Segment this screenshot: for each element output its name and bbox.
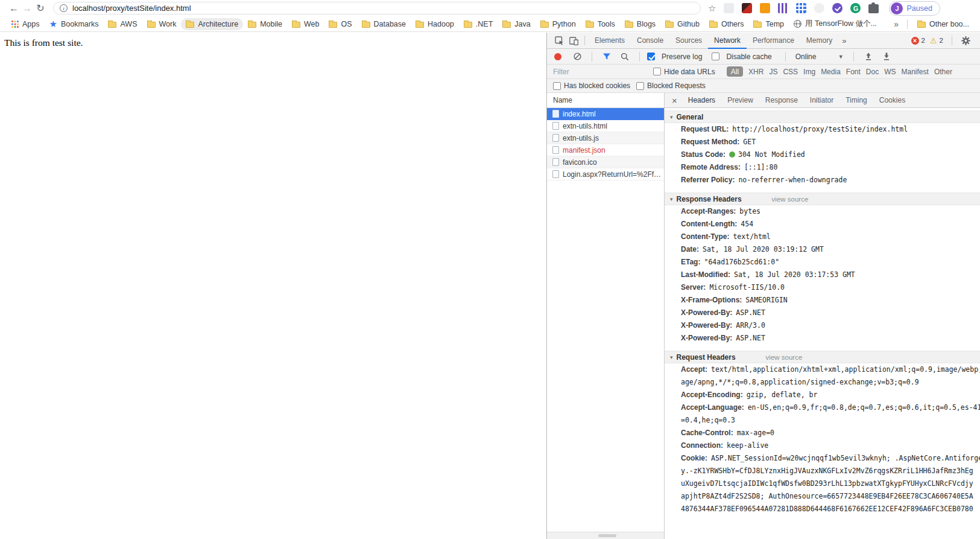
has-blocked-cookies-checkbox[interactable] xyxy=(553,82,561,90)
type-filter-font[interactable]: Font xyxy=(846,68,861,76)
grammarly-icon[interactable] xyxy=(850,3,861,13)
view-source-link[interactable]: view source xyxy=(766,354,803,361)
tab-performance[interactable]: Performance xyxy=(747,33,800,49)
throttling-dropdown[interactable]: Online ▼ xyxy=(793,53,846,61)
device-toolbar-icon[interactable] xyxy=(566,33,581,48)
generic-extension-icon[interactable] xyxy=(724,3,734,13)
view-source-link[interactable]: view source xyxy=(772,196,809,203)
header-key: X-Powered-By: xyxy=(681,334,732,342)
bookmark-tools[interactable]: Tools xyxy=(581,18,620,30)
header-key: Content-Length: xyxy=(681,220,737,228)
bookmark-work[interactable]: Work xyxy=(142,18,182,30)
type-filter-manifest[interactable]: Manifest xyxy=(902,68,929,76)
request-row-extn-utils-html[interactable]: extn-utils.html xyxy=(547,120,664,132)
detail-tab-preview[interactable]: Preview xyxy=(721,93,759,108)
reload-button-icon[interactable]: ↻ xyxy=(34,2,47,14)
hide-data-urls-checkbox[interactable] xyxy=(653,68,661,75)
type-filter-ws[interactable]: WS xyxy=(884,68,896,76)
tab-sources[interactable]: Sources xyxy=(669,33,708,49)
request-row-index-html[interactable]: index.html xyxy=(547,108,664,120)
type-filter-doc[interactable]: Doc xyxy=(866,68,879,76)
error-badge-icon[interactable] xyxy=(911,37,919,45)
bookmark-java[interactable]: Java xyxy=(498,18,535,30)
detail-tab-response[interactable]: Response xyxy=(759,93,804,108)
blue-grid-extension-icon[interactable] xyxy=(796,3,806,13)
bookmark-hadoop[interactable]: Hadoop xyxy=(411,18,459,30)
request-row-favicon-ico[interactable]: favicon.ico xyxy=(547,156,664,168)
settings-gear-icon[interactable] xyxy=(958,33,973,48)
bookmark-mobile[interactable]: Mobile xyxy=(243,18,287,30)
disable-cache-checkbox[interactable] xyxy=(712,53,719,60)
adobe-acrobat-icon[interactable] xyxy=(742,3,752,13)
type-filter-css[interactable]: CSS xyxy=(783,68,798,76)
horizontal-scrollbar[interactable] xyxy=(547,532,664,539)
bookmark-bookmarks[interactable]: ★Bookmarks xyxy=(45,18,104,30)
type-filter-all[interactable]: All xyxy=(727,66,743,77)
name-column-header[interactable]: Name xyxy=(547,93,664,108)
bookmark-web[interactable]: Web xyxy=(287,18,324,30)
faded-extension-icon[interactable] xyxy=(814,3,824,13)
tab-console[interactable]: Console xyxy=(631,33,669,49)
inspect-element-icon[interactable] xyxy=(552,33,566,48)
request-row-manifest-json[interactable]: manifest.json xyxy=(547,144,664,156)
section-header[interactable]: ▾Request Headersview source xyxy=(665,351,980,363)
bookmark-apps[interactable]: Apps xyxy=(6,18,45,30)
clear-network-log-icon[interactable] xyxy=(570,49,584,64)
detail-tab-timing[interactable]: Timing xyxy=(839,93,873,108)
bookmark-star-icon[interactable]: ☆ xyxy=(708,3,716,14)
bookmark-net[interactable]: .NET xyxy=(459,18,498,30)
more-tabs-icon[interactable]: » xyxy=(838,36,850,45)
warning-badge-icon[interactable]: ⚠ xyxy=(930,37,937,45)
bookmark-others[interactable]: Others xyxy=(704,18,749,30)
other-bookmarks[interactable]: Other boo... xyxy=(912,18,974,30)
orange-extension-icon[interactable] xyxy=(760,3,770,13)
bookmark-aws[interactable]: AWS xyxy=(103,18,142,30)
bookmark-temp[interactable]: Temp xyxy=(748,18,789,30)
forward-button-icon[interactable]: → xyxy=(21,2,34,14)
tab-network[interactable]: Network xyxy=(708,33,747,49)
close-details-icon[interactable]: × xyxy=(667,95,682,106)
request-row-extn-utils-js[interactable]: extn-utils.js xyxy=(547,132,664,144)
tab-elements[interactable]: Elements xyxy=(589,33,631,49)
header-row: Accept-Encoding:gzip, deflate, br xyxy=(665,389,980,401)
record-network-log-icon[interactable] xyxy=(554,53,561,60)
site-info-icon[interactable]: i xyxy=(60,4,68,12)
url-text[interactable]: localhost/proxy/testSite/index.html xyxy=(72,4,191,13)
type-filter-xhr[interactable]: XHR xyxy=(748,68,763,76)
purple-stripes-extension-icon[interactable] xyxy=(778,3,788,13)
detail-tab-cookies[interactable]: Cookies xyxy=(873,93,911,108)
blocked-requests-checkbox[interactable] xyxy=(636,82,644,90)
purple-check-extension-icon[interactable] xyxy=(832,3,842,13)
search-icon[interactable] xyxy=(618,49,632,64)
type-filter-img[interactable]: Img xyxy=(803,68,815,76)
preserve-log-checkbox[interactable] xyxy=(647,53,655,60)
type-filter-media[interactable]: Media xyxy=(821,68,841,76)
bookmark-github[interactable]: Github xyxy=(660,18,704,30)
sync-paused-label: Paused xyxy=(906,4,932,13)
import-har-icon[interactable] xyxy=(861,49,876,64)
tab-memory[interactable]: Memory xyxy=(800,33,838,49)
bookmark-os[interactable]: OS xyxy=(324,18,356,30)
back-button-icon[interactable]: ← xyxy=(7,2,21,14)
filter-funnel-icon[interactable] xyxy=(599,49,614,64)
bookmark-architecture[interactable]: Architecture xyxy=(181,18,243,30)
hide-data-urls-label: Hide data URLs xyxy=(664,68,715,76)
address-bar[interactable]: i localhost/proxy/testSite/index.html xyxy=(53,2,701,14)
section-header[interactable]: ▾Response Headersview source xyxy=(665,193,980,205)
bookmark-tensorflow[interactable]: 用 TensorFlow 做个... xyxy=(789,17,882,31)
bookmarks-overflow-icon[interactable]: » xyxy=(890,19,902,29)
puzzle-extensions-icon[interactable] xyxy=(868,4,879,13)
bookmark-database[interactable]: Database xyxy=(357,18,411,30)
network-filter-input[interactable] xyxy=(553,68,645,76)
type-filter-other[interactable]: Other xyxy=(934,68,952,76)
bookmark-blogs[interactable]: Blogs xyxy=(620,18,660,30)
detail-tab-headers[interactable]: Headers xyxy=(682,93,721,108)
profile-button[interactable]: J Paused xyxy=(889,1,940,16)
bookmark-python[interactable]: Python xyxy=(536,18,581,30)
export-har-icon[interactable] xyxy=(879,49,894,64)
detail-tab-initiator[interactable]: Initiator xyxy=(804,93,839,108)
type-filter-js[interactable]: JS xyxy=(769,68,777,76)
section-header[interactable]: ▾General xyxy=(665,110,980,123)
request-row-login-aspx-returnurl-2ffavi[interactable]: Login.aspx?ReturnUrl=%2Ffavi... xyxy=(547,168,664,180)
scrollbar-thumb[interactable] xyxy=(598,534,616,537)
